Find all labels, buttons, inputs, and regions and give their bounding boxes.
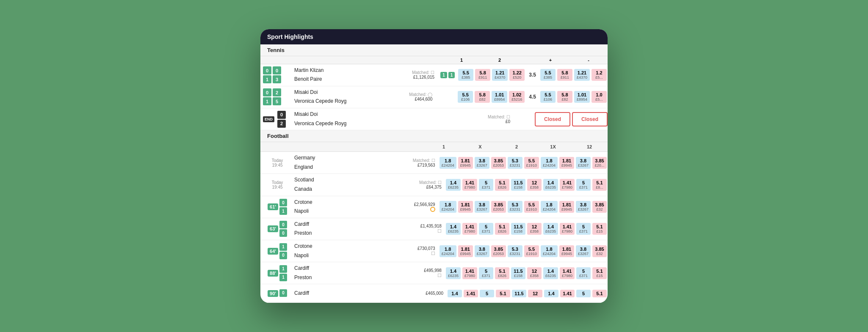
t2-back-plus[interactable]: 5.5 £106 <box>540 91 556 103</box>
fb6-lay-x[interactable]: 5.1£826 <box>495 267 509 279</box>
fb7-lay-1x[interactable]: 1.41 <box>560 290 575 297</box>
fb1-lay-1[interactable]: 1.81£9945 <box>458 157 473 169</box>
fb1-team2: England <box>294 163 392 172</box>
fb3-back-2[interactable]: 5.3£3231 <box>508 201 522 213</box>
app-container: Sport Highlights Tennis 1 2 + - 0 <box>260 29 608 303</box>
fb4-lay-1[interactable]: 1.41£7980 <box>462 223 477 235</box>
fb1-time-top: Today <box>272 158 283 163</box>
t2-matched-label: Matched: ◯ <box>409 92 432 97</box>
fb2-back-x[interactable]: 5£371 <box>479 179 493 191</box>
t3-closed-2: Closed <box>572 112 608 126</box>
fb5-lay-12[interactable]: 3.85£32 <box>592 245 607 257</box>
fb5-lay-1x[interactable]: 1.81£9945 <box>559 245 574 257</box>
fb1-back-x[interactable]: 3.8£3267 <box>475 157 489 169</box>
t2-back-minus[interactable]: 1.01 £8954 <box>574 91 590 103</box>
fb4-back-2[interactable]: 11.5£158 <box>511 223 525 235</box>
fb4-back-x[interactable]: 5£371 <box>479 223 493 235</box>
fb3-lay-x[interactable]: 3.85£2053 <box>491 201 506 213</box>
fb5-back-1x[interactable]: 1.8£24204 <box>541 245 558 257</box>
t1-back-1[interactable]: 5.5 £385 <box>458 69 473 81</box>
fb7-back-x[interactable]: 5 <box>480 290 494 297</box>
fb1-lay-x[interactable]: 3.85£2053 <box>491 157 506 169</box>
fb2-back-2[interactable]: 11.5£158 <box>511 179 525 191</box>
fb5-team2: Napoli <box>294 251 392 261</box>
fb5-lay-1[interactable]: 1.81£9945 <box>458 245 473 257</box>
fb6-back-x[interactable]: 5£371 <box>479 267 493 279</box>
fb4-lay-x[interactable]: 5.1£826 <box>495 223 509 235</box>
fb2-lay-2[interactable]: 12£358 <box>527 179 542 191</box>
fb2-back-1x[interactable]: 1.4£6235 <box>543 179 558 191</box>
fb6-lay-1x[interactable]: 1.41£7980 <box>560 267 575 279</box>
t1-lay-2[interactable]: 1.22 £520 <box>509 69 525 81</box>
fb3-team1: Crotone <box>294 198 392 207</box>
fb6-lay-1[interactable]: 1.41£7980 <box>462 267 477 279</box>
t1-back-minus[interactable]: 1.21 £4370 <box>574 69 590 81</box>
tennis-col-1: 1 <box>442 56 481 64</box>
fb2-lay-1[interactable]: 1.41£7980 <box>462 179 477 191</box>
fb7-lay-x[interactable]: 5.1 <box>496 290 510 297</box>
fb1-lay-12[interactable]: 3.85£20... <box>592 157 607 169</box>
fb6-back-1x[interactable]: 1.4£6235 <box>543 267 558 279</box>
fb6-team2: Preston <box>294 273 398 283</box>
fb5-back-1[interactable]: 1.8£24204 <box>440 245 456 257</box>
matched-label-1: Matched: ☐ <box>412 70 434 75</box>
fb3-lay-12[interactable]: 3.85£32 <box>592 201 607 213</box>
fb4-back-1[interactable]: 1.4£6235 <box>446 223 461 235</box>
fb4-back-12[interactable]: 5£371 <box>576 223 591 235</box>
t2-lay-minus[interactable]: 1.0 £5... <box>592 91 607 103</box>
fb7-lay-12[interactable]: 5.1 <box>592 290 607 297</box>
fb5-back-2[interactable]: 5.3£3231 <box>508 245 522 257</box>
t1-lay-1[interactable]: 5.8 £911 <box>475 69 490 81</box>
fb2-lay-1x[interactable]: 1.41£7980 <box>560 179 575 191</box>
fb5-back-x[interactable]: 3.8£3267 <box>475 245 489 257</box>
fb2-back-12[interactable]: 5£371 <box>576 179 591 191</box>
fb6-lay-2[interactable]: 12£358 <box>527 267 542 279</box>
fb4-lay-2[interactable]: 12£358 <box>527 223 542 235</box>
t2-back-2[interactable]: 1.01 £8954 <box>492 91 507 103</box>
fb4-lay-1x[interactable]: 1.41£7980 <box>560 223 575 235</box>
fb3-back-1[interactable]: 1.8£24204 <box>440 201 456 213</box>
fb7-back-1x[interactable]: 1.4 <box>544 290 558 297</box>
fb2-lay-x[interactable]: 5.1£826 <box>495 179 509 191</box>
fb1-lay-2[interactable]: 5.5£1910 <box>524 157 539 169</box>
fb6-back-12[interactable]: 5£371 <box>576 267 591 279</box>
score-col-1: 0 1 <box>263 66 271 83</box>
fb7-lay-2[interactable]: 12 <box>528 290 542 297</box>
t2-lay-plus[interactable]: 5.8 £82 <box>557 91 572 103</box>
fb2-lay-12[interactable]: 5.1£8... <box>592 179 607 191</box>
t1-spread: 3.5 <box>525 72 539 78</box>
fb3-lay-1x[interactable]: 1.81£9945 <box>559 201 574 213</box>
fb6-back-1[interactable]: 1.4£6235 <box>446 267 461 279</box>
fb5-lay-x[interactable]: 3.85£2053 <box>491 245 506 257</box>
fb1-back-2[interactable]: 5.3£3231 <box>508 157 522 169</box>
t1-back-2[interactable]: 1.21 £4370 <box>492 69 508 81</box>
fb7-lay-1[interactable]: 1.41 <box>464 290 478 297</box>
fb3-lay-1[interactable]: 1.81£9945 <box>458 201 473 213</box>
fb3-back-12[interactable]: 3.8£3267 <box>576 201 591 213</box>
t2-team2-name: Veronica Cepede Royg <box>294 97 389 106</box>
fb5-lay-2[interactable]: 5.5£1910 <box>524 245 539 257</box>
fb2-back-1[interactable]: 1.4£6235 <box>446 179 461 191</box>
fb6-lay-12[interactable]: 5.1£15 <box>592 267 607 279</box>
t2-lay-2[interactable]: 1.02 £5216 <box>509 91 525 103</box>
fb3-amount: £2,566,929 <box>414 202 435 207</box>
fb1-back-1x[interactable]: 1.8£24204 <box>541 157 558 169</box>
fb4-back-1x[interactable]: 1.4£6235 <box>543 223 558 235</box>
fb4-lay-12[interactable]: 5.1£15 <box>592 223 607 235</box>
fb3-back-x[interactable]: 3.8£3267 <box>475 201 489 213</box>
fb1-back-12[interactable]: 3.8£3267 <box>576 157 591 169</box>
fb3-lay-2[interactable]: 5.5£1910 <box>524 201 539 213</box>
t1-back-plus[interactable]: 5.5 £385 <box>540 69 556 81</box>
fb7-back-2[interactable]: 11.5 <box>512 290 526 297</box>
t2-lay-1[interactable]: 5.8 £82 <box>475 91 490 103</box>
fb7-back-12[interactable]: 5 <box>576 290 591 297</box>
fb7-back-1[interactable]: 1.4 <box>448 290 462 297</box>
fb5-back-12[interactable]: 3.8£3267 <box>576 245 591 257</box>
fb3-back-1x[interactable]: 1.8£24204 <box>541 201 558 213</box>
t1-lay-plus[interactable]: 5.8 £911 <box>557 69 572 81</box>
t1-lay-minus[interactable]: 1.2 £5... <box>592 69 607 81</box>
t2-back-1[interactable]: 5.5 £106 <box>458 91 473 103</box>
fb6-back-2[interactable]: 11.5£158 <box>511 267 525 279</box>
fb1-lay-1x[interactable]: 1.81£9945 <box>559 157 574 169</box>
fb1-back-1[interactable]: 1.8£24204 <box>440 157 456 169</box>
